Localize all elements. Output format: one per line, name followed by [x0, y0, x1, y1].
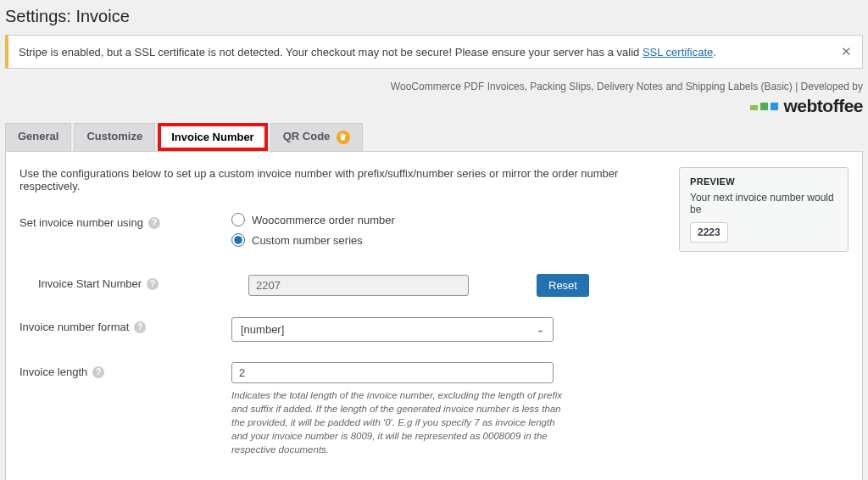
- format-value: [number]: [241, 323, 284, 336]
- help-icon[interactable]: ?: [92, 366, 104, 378]
- page-title: Settings: Invoice: [0, 0, 868, 35]
- radio-custom-series[interactable]: Custom number series: [231, 233, 662, 247]
- logo-row: webtoffee: [5, 96, 863, 116]
- settings-panel: Use the configurations below to set up a…: [5, 151, 863, 480]
- webtoffee-logo: webtoffee: [750, 96, 863, 116]
- field-format: Invoice number format ? [number] ⌄: [19, 317, 662, 342]
- start-number-input[interactable]: [248, 275, 469, 296]
- ssl-notice: Stripe is enabled, but a SSL certificate…: [5, 35, 863, 69]
- intro-text: Use the configurations below to set up a…: [19, 167, 662, 193]
- settings-main: Use the configurations below to set up a…: [19, 167, 662, 477]
- preview-sidebar: PREVIEW Your next invoice number would b…: [679, 167, 849, 477]
- field-set-using: Set invoice number using ? Woocommerce o…: [19, 213, 662, 254]
- preview-box: PREVIEW Your next invoice number would b…: [679, 167, 849, 252]
- ssl-link[interactable]: SSL certificate: [643, 46, 713, 59]
- tab-qr-label: QR Code: [283, 130, 331, 142]
- tab-qr-code[interactable]: QR Code ♛: [270, 123, 363, 151]
- label-set-using: Set invoice number using ?: [19, 213, 231, 229]
- help-icon[interactable]: ?: [148, 217, 160, 229]
- logo-squares-icon: [750, 103, 778, 110]
- help-icon[interactable]: ?: [147, 278, 159, 290]
- logo-text: webtoffee: [783, 96, 863, 116]
- label-start-number-text: Invoice Start Number: [38, 277, 142, 290]
- radio-custom-input[interactable]: [231, 233, 245, 247]
- reset-button[interactable]: Reset: [537, 274, 589, 297]
- help-icon[interactable]: ?: [134, 321, 146, 333]
- crown-icon: ♛: [337, 131, 350, 144]
- label-set-using-text: Set invoice number using: [19, 216, 143, 229]
- label-format-text: Invoice number format: [19, 321, 129, 333]
- radio-woo-order[interactable]: Woocommerce order number: [231, 213, 662, 226]
- notice-text: Stripe is enabled, but a SSL certificate…: [19, 46, 716, 59]
- notice-prefix: Stripe is enabled, but a SSL certificate…: [19, 46, 643, 59]
- notice-suffix: .: [713, 46, 716, 59]
- chevron-down-icon: ⌄: [537, 324, 544, 335]
- format-select[interactable]: [number] ⌄: [231, 317, 554, 342]
- preview-title: PREVIEW: [690, 176, 837, 187]
- length-help-text: Indicates the total length of the invoic…: [231, 388, 570, 456]
- radio-woo-input[interactable]: [231, 213, 245, 226]
- preview-number: 2223: [690, 222, 728, 243]
- field-length: Invoice length ? Indicates the total len…: [19, 362, 662, 456]
- tabs-nav: General Customize Invoice Number QR Code…: [5, 123, 863, 151]
- label-length: Invoice length ?: [19, 362, 231, 378]
- label-start-number: Invoice Start Number ?: [19, 274, 248, 290]
- radio-woo-label: Woocommerce order number: [252, 214, 395, 226]
- label-format: Invoice number format ?: [19, 317, 231, 333]
- radio-custom-label: Custom number series: [252, 234, 363, 247]
- tab-general[interactable]: General: [5, 123, 71, 151]
- tab-customize[interactable]: Customize: [74, 123, 155, 151]
- tab-invoice-number[interactable]: Invoice Number: [158, 123, 268, 151]
- developer-info: WooCommerce PDF Invoices, Packing Slips,…: [5, 81, 863, 92]
- field-start-number: Invoice Start Number ? Reset: [19, 274, 662, 297]
- label-length-text: Invoice length: [19, 366, 87, 378]
- preview-desc: Your next invoice number would be: [690, 192, 837, 215]
- length-input[interactable]: [231, 362, 554, 383]
- close-icon[interactable]: ✕: [841, 44, 852, 59]
